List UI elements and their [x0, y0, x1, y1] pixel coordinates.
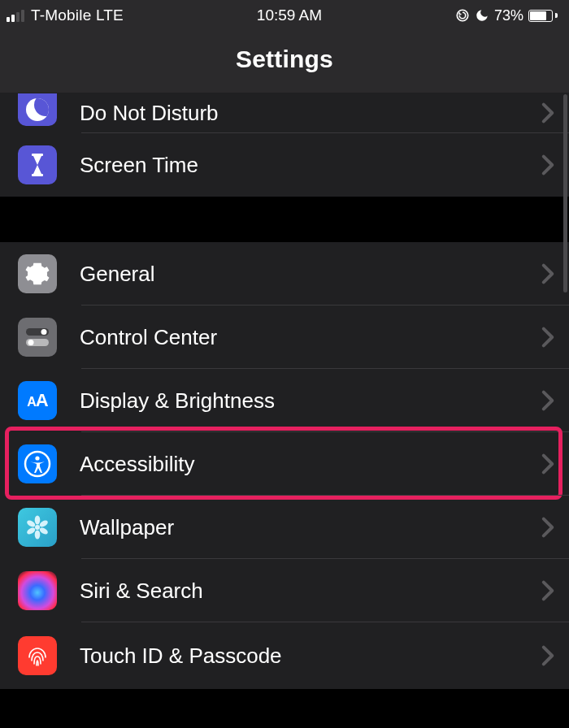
nav-header: Settings	[0, 31, 569, 93]
chevron-right-icon	[541, 154, 554, 176]
siri-icon	[18, 571, 57, 610]
chevron-right-icon	[541, 327, 554, 348]
svg-point-6	[28, 340, 34, 345]
chevron-right-icon	[541, 453, 554, 474]
text-size-icon: AA	[18, 381, 57, 420]
flower-icon	[18, 508, 57, 547]
chevron-right-icon	[541, 390, 554, 411]
row-control-center[interactable]: Control Center	[0, 306, 569, 369]
row-label: Siri & Search	[80, 578, 541, 604]
svg-point-9	[35, 525, 40, 530]
svg-point-15	[26, 519, 37, 528]
row-label: General	[80, 262, 541, 287]
chevron-right-icon	[541, 517, 554, 538]
row-general[interactable]: General	[0, 242, 569, 306]
chevron-right-icon	[541, 102, 554, 124]
battery-icon	[528, 10, 558, 22]
svg-point-8	[35, 456, 39, 460]
row-siri-search[interactable]: Siri & Search	[0, 559, 569, 622]
status-bar: T-Mobile LTE 10:59 AM 73%	[0, 0, 569, 31]
row-label: Touch ID & Passcode	[80, 644, 541, 669]
settings-section-2: General Control Center	[0, 242, 569, 689]
signal-bars-icon	[7, 9, 24, 22]
hourglass-icon	[18, 145, 57, 184]
settings-section-1: Do Not Disturb Screen Time	[0, 93, 569, 197]
status-time: 10:59 AM	[257, 6, 322, 24]
svg-point-13	[35, 531, 41, 540]
battery-pct: 73%	[494, 7, 523, 24]
row-wallpaper[interactable]: Wallpaper	[0, 496, 569, 559]
fingerprint-icon	[18, 636, 57, 675]
row-label: Do Not Disturb	[80, 101, 541, 126]
svg-point-4	[41, 329, 47, 335]
status-left: T-Mobile LTE	[7, 6, 124, 24]
orientation-lock-icon	[455, 8, 470, 23]
svg-point-12	[38, 526, 49, 535]
moon-icon	[18, 93, 57, 126]
moon-icon	[475, 8, 489, 23]
chevron-right-icon	[541, 645, 554, 666]
row-label: Accessibility	[80, 452, 541, 477]
chevron-right-icon	[541, 263, 554, 284]
page-title: Settings	[0, 46, 569, 73]
row-screen-time[interactable]: Screen Time	[0, 133, 569, 197]
row-display-brightness[interactable]: AA Display & Brightness	[0, 369, 569, 432]
row-label: Display & Brightness	[80, 388, 541, 414]
row-label: Screen Time	[80, 153, 541, 178]
svg-rect-1	[32, 154, 43, 156]
switches-icon	[18, 318, 57, 357]
row-do-not-disturb[interactable]: Do Not Disturb	[0, 93, 569, 133]
section-gap	[0, 197, 569, 242]
svg-rect-2	[32, 174, 43, 176]
carrier-label: T-Mobile LTE	[31, 6, 124, 24]
status-right: 73%	[455, 7, 558, 24]
svg-point-11	[38, 519, 49, 528]
row-accessibility[interactable]: Accessibility	[0, 432, 569, 496]
gear-icon	[18, 254, 57, 293]
row-label: Wallpaper	[80, 515, 541, 540]
accessibility-icon	[18, 444, 57, 483]
scroll-indicator[interactable]	[563, 94, 567, 292]
svg-point-14	[26, 526, 37, 535]
svg-point-10	[35, 516, 41, 525]
svg-point-0	[457, 10, 468, 21]
row-label: Control Center	[80, 325, 541, 350]
chevron-right-icon	[541, 580, 554, 601]
row-touch-id-passcode[interactable]: Touch ID & Passcode	[0, 622, 569, 689]
